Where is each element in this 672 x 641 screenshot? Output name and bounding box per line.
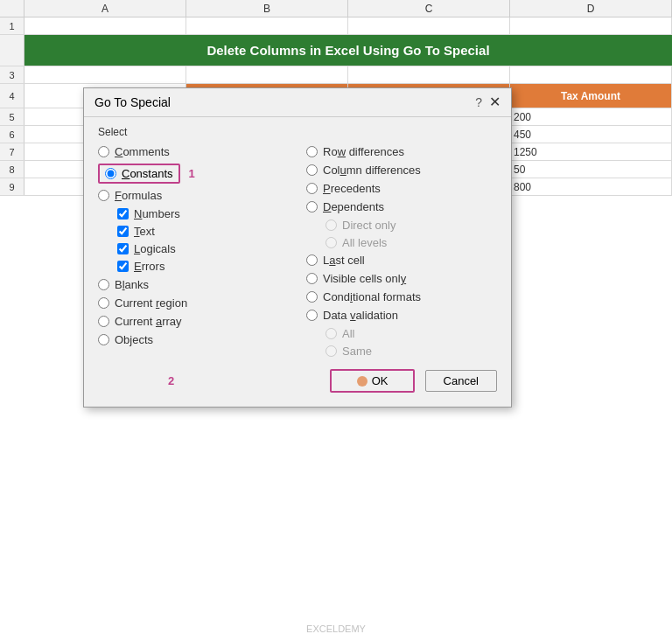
ok-label: OK [372, 374, 388, 387]
radio-current-region-input[interactable] [98, 297, 109, 309]
chk-logicals-input[interactable] [117, 243, 129, 254]
radio-all-levels-label: All levels [342, 236, 387, 249]
radio-objects-input[interactable] [98, 334, 109, 345]
radio-conditional[interactable]: Conditional formats [306, 290, 497, 303]
radio-precedents-label[interactable]: Precedents [323, 182, 381, 195]
col-header-b: B [186, 0, 348, 17]
select-label: Select [98, 126, 497, 138]
radio-direct-only-label: Direct only [342, 219, 396, 232]
dialog-close-button[interactable]: ✕ [489, 95, 500, 109]
chk-logicals-label[interactable]: Logicals [134, 242, 176, 255]
radio-direct-only: Direct only [326, 219, 497, 232]
svg-point-0 [357, 376, 368, 387]
cell-b1 [186, 17, 348, 34]
radio-constants-input[interactable] [105, 168, 116, 179]
chk-text-item[interactable]: Text [117, 225, 289, 238]
chk-errors-item[interactable]: Errors [117, 260, 289, 273]
chk-numbers-input[interactable] [117, 208, 129, 219]
rownum-7: 7 [0, 143, 24, 160]
radio-current-array[interactable]: Current array [98, 315, 289, 328]
radio-current-region-label[interactable]: Current region [115, 296, 187, 310]
title-cell: Delete Columns in Excel Using Go To Spec… [24, 35, 672, 66]
radio-formulas[interactable]: Formulas [98, 189, 289, 202]
chk-numbers-label[interactable]: Numbers [134, 207, 180, 220]
radio-data-validation-label[interactable]: Data validation [323, 309, 398, 322]
col-header-a: A [24, 0, 186, 17]
radio-row-diff-input[interactable] [306, 146, 318, 157]
step2-label: 2 [168, 374, 174, 387]
radio-objects[interactable]: Objects [98, 333, 289, 346]
radio-precedents[interactable]: Precedents [306, 182, 497, 195]
dialog-help-icon[interactable]: ? [475, 95, 482, 109]
radio-objects-label[interactable]: Objects [115, 333, 153, 346]
radio-blanks-input[interactable] [98, 279, 109, 290]
cell-d3 [510, 66, 672, 83]
radio-visible-cells-input[interactable] [306, 273, 318, 284]
radio-blanks[interactable]: Blanks [98, 278, 289, 291]
radio-data-validation[interactable]: Data validation [306, 309, 497, 322]
cell-d7: 1250 [510, 143, 672, 160]
chk-numbers-item[interactable]: Numbers [117, 207, 289, 220]
chk-logicals-item[interactable]: Logicals [117, 242, 289, 255]
dependents-sub-group: Direct only All levels [326, 219, 497, 249]
radio-comments-label[interactable]: Comments [115, 145, 170, 158]
ok-button[interactable]: OK [330, 369, 415, 393]
radio-dependents-input[interactable] [306, 201, 318, 213]
radio-conditional-input[interactable] [306, 291, 318, 303]
cell-a1 [24, 17, 186, 34]
watermark: EXCELDEMY [306, 624, 366, 634]
radio-formulas-input[interactable] [98, 190, 109, 201]
radio-constants-label[interactable]: Constants [122, 167, 173, 180]
cell-a3 [24, 66, 186, 83]
cell-d8: 50 [510, 161, 672, 178]
row-3: 3 [0, 66, 672, 84]
step1-label: 1 [189, 167, 195, 180]
rownum-3: 3 [0, 66, 24, 83]
radio-comments-input[interactable] [98, 146, 109, 157]
cell-d4: Tax Amount [510, 84, 672, 108]
rownum-2 [0, 35, 24, 66]
radio-last-cell-input[interactable] [306, 254, 318, 266]
chk-text-input[interactable] [117, 226, 129, 237]
radio-data-validation-input[interactable] [306, 310, 318, 321]
radio-conditional-label[interactable]: Conditional formats [323, 290, 421, 303]
radio-col-diff[interactable]: Column differences [306, 164, 497, 177]
radio-all-label: All [342, 327, 354, 340]
cancel-button[interactable]: Cancel [425, 370, 497, 392]
radio-visible-cells[interactable]: Visible cells only [306, 272, 497, 285]
radio-col-diff-label[interactable]: Column differences [323, 164, 421, 177]
chk-errors-input[interactable] [117, 261, 129, 272]
radio-last-cell[interactable]: Last cell [306, 254, 497, 267]
dialog-right-col: Row differences Column differences Prece… [298, 145, 497, 362]
radio-last-cell-label[interactable]: Last cell [323, 254, 365, 267]
data-validation-sub-group: All Same [326, 327, 497, 358]
radio-precedents-input[interactable] [306, 183, 318, 194]
row-1: 1 [0, 17, 672, 35]
constants-box[interactable]: Constants [98, 164, 180, 184]
radio-formulas-label[interactable]: Formulas [115, 189, 162, 202]
cell-d1 [510, 17, 672, 34]
cell-d9: 800 [510, 178, 672, 195]
dialog-left-col: Comments Constants 1 Formulas [98, 145, 298, 362]
radio-row-diff[interactable]: Row differences [306, 145, 497, 158]
rownum-1: 1 [0, 17, 24, 34]
ok-icon [356, 375, 368, 387]
dialog-buttons: OK Cancel [330, 369, 497, 393]
cell-b3 [186, 66, 348, 83]
radio-row-diff-label[interactable]: Row differences [323, 145, 404, 158]
radio-dependents[interactable]: Dependents [306, 200, 497, 213]
radio-current-array-input[interactable] [98, 316, 109, 327]
radio-current-array-label[interactable]: Current array [115, 315, 182, 328]
radio-dependents-label[interactable]: Dependents [323, 200, 384, 213]
rownum-8: 8 [0, 161, 24, 178]
radio-comments[interactable]: Comments [98, 145, 289, 158]
radio-current-region[interactable]: Current region [98, 296, 289, 310]
rownum-9: 9 [0, 178, 24, 195]
radio-blanks-label[interactable]: Blanks [115, 278, 149, 291]
radio-visible-cells-label[interactable]: Visible cells only [323, 272, 406, 285]
radio-col-diff-input[interactable] [306, 164, 318, 176]
corner-cell [0, 0, 24, 17]
radio-all-levels-input [326, 237, 337, 248]
chk-errors-label[interactable]: Errors [134, 260, 164, 273]
chk-text-label[interactable]: Text [134, 225, 155, 238]
